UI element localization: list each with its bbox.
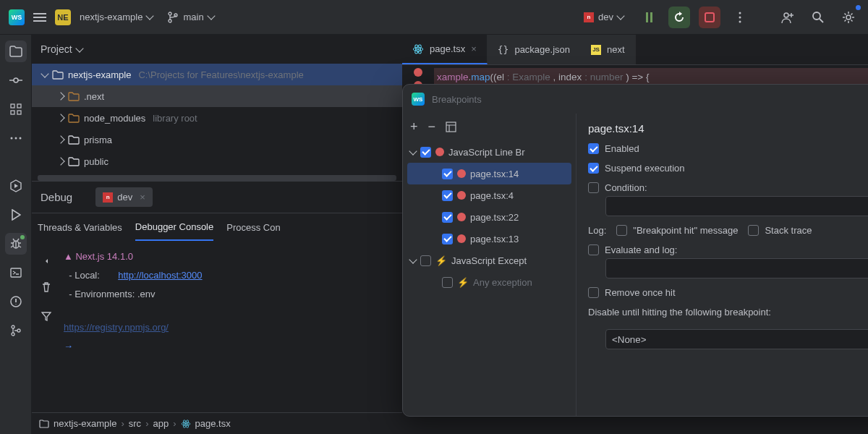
breakpoint-item[interactable]: page.tsx:22: [403, 206, 576, 228]
tree-root[interactable]: nextjs-example C:\Projects for Features\…: [32, 64, 402, 85]
checkbox[interactable]: [420, 147, 431, 158]
registry-link[interactable]: https://registry.npmjs.org/: [64, 322, 169, 333]
stack-trace-option[interactable]: Stack trace: [748, 225, 812, 236]
rerun-button[interactable]: [668, 7, 690, 28]
pause-button[interactable]: [638, 7, 660, 28]
remove-once-option[interactable]: Remove once hit: [588, 287, 868, 298]
checkbox[interactable]: [748, 225, 759, 236]
commit-tool-button[interactable]: [5, 69, 27, 91]
editor-tab[interactable]: {} package.json: [488, 35, 581, 64]
add-breakpoint-button[interactable]: +: [410, 119, 418, 135]
structure-tool-button[interactable]: [5, 98, 27, 120]
active-indicator-dot: [20, 235, 25, 239]
breakpoints-dialog[interactable]: WS Breakpoints + − JavaScri: [402, 84, 868, 417]
breakpoint-item[interactable]: ⚡ Any exception: [403, 271, 576, 293]
breadcrumb-item[interactable]: nextjs-example: [54, 418, 116, 429]
checkbox[interactable]: [588, 287, 599, 298]
debug-tool-button[interactable]: [5, 233, 27, 255]
checkbox[interactable]: [442, 212, 453, 223]
filter-button[interactable]: [35, 305, 57, 327]
evaluate-option[interactable]: Evaluate and log:: [588, 244, 868, 255]
tree-item[interactable]: .next: [32, 85, 402, 107]
more-actions-button[interactable]: [729, 7, 751, 28]
breakpoint-marker[interactable]: [414, 68, 422, 77]
settings-button[interactable]: [838, 7, 859, 28]
condition-input[interactable]: [605, 196, 868, 216]
tree-item-label: public: [84, 156, 109, 167]
services-tool-button[interactable]: [5, 175, 27, 197]
breakpoint-item[interactable]: page.tsx:4: [403, 184, 576, 206]
checkbox[interactable]: [420, 255, 431, 266]
breakpoint-group[interactable]: ⚡ JavaScript Except: [403, 250, 576, 271]
tab-threads-variables[interactable]: Threads & Variables: [38, 215, 122, 240]
dialog-title-bar[interactable]: WS Breakpoints: [403, 85, 868, 114]
remove-breakpoint-button[interactable]: −: [428, 119, 436, 135]
editor-tab[interactable]: JS next: [581, 35, 636, 64]
terminal-tool-button[interactable]: [5, 262, 27, 284]
checkbox[interactable]: [616, 225, 627, 236]
project-tree[interactable]: nextjs-example C:\Projects for Features\…: [32, 64, 402, 181]
run-tool-button[interactable]: [5, 204, 27, 226]
main-menu-button[interactable]: [33, 13, 46, 22]
svg-point-9: [846, 15, 851, 20]
breakpoints-tree[interactable]: JavaScript Line Br page.tsx:14 page.tsx:…: [403, 140, 576, 416]
scroll-to-end-button[interactable]: [35, 247, 57, 269]
console-banner: Next.js 14.1.0: [75, 251, 133, 262]
bp-hit-message-option[interactable]: "Breakpoint hit" message: [616, 225, 738, 236]
search-icon: [812, 11, 825, 24]
search-everywhere-button[interactable]: [807, 7, 829, 28]
enabled-option[interactable]: Enabled: [588, 143, 868, 154]
project-dropdown[interactable]: nextjs-example: [80, 12, 153, 22]
tree-item[interactable]: node_modules library root: [32, 107, 402, 129]
debug-title: Debug: [41, 191, 72, 203]
scrollbar[interactable]: [38, 175, 396, 181]
clear-button[interactable]: [35, 276, 57, 298]
console-output[interactable]: ▲ Next.js 14.1.0 - Local: http://localho…: [61, 242, 402, 412]
branch-icon: [167, 12, 179, 23]
vcs-tool-button[interactable]: [5, 320, 27, 341]
stop-button[interactable]: [699, 7, 720, 28]
breakpoint-label: page.tsx:14: [470, 169, 519, 179]
breadcrumb-item[interactable]: app: [153, 418, 169, 429]
tree-item[interactable]: prisma: [32, 129, 402, 150]
checkbox[interactable]: [588, 143, 599, 154]
disable-until-select[interactable]: [605, 329, 868, 349]
more-tools-button[interactable]: [5, 127, 27, 149]
condition-option[interactable]: Condition:: [588, 182, 868, 193]
breakpoint-item[interactable]: page.tsx:14: [407, 163, 571, 184]
json-icon: {}: [498, 44, 509, 55]
branch-dropdown[interactable]: main: [167, 12, 213, 23]
breakpoint-item[interactable]: page.tsx:13: [403, 228, 576, 250]
editor-tab[interactable]: page.tsx ×: [402, 35, 488, 64]
run-config-dropdown[interactable]: n dev: [578, 9, 629, 25]
group-by-button[interactable]: [446, 122, 456, 132]
tab-debugger-console[interactable]: Debugger Console: [135, 214, 213, 241]
checkbox[interactable]: [588, 163, 599, 174]
breadcrumb-item[interactable]: src: [129, 418, 141, 429]
local-url-link[interactable]: http://localhost:3000: [118, 270, 202, 281]
close-icon[interactable]: ×: [140, 192, 145, 203]
suspend-option[interactable]: Suspend execution: [588, 163, 868, 174]
project-tool-button[interactable]: [5, 41, 27, 62]
checkbox[interactable]: [442, 190, 453, 201]
folder-icon: [68, 113, 80, 123]
breakpoint-group[interactable]: JavaScript Line Br: [403, 141, 576, 163]
breadcrumb[interactable]: nextjs-example › src › app › page.tsx: [32, 412, 402, 434]
tree-item-label: .next: [84, 91, 104, 102]
evaluate-input[interactable]: [605, 258, 868, 278]
tab-process-console[interactable]: Process Con: [226, 215, 280, 240]
problems-tool-button[interactable]: [5, 291, 27, 312]
tree-item[interactable]: public: [32, 150, 402, 172]
close-icon[interactable]: ×: [471, 43, 477, 54]
breadcrumb-item[interactable]: page.tsx: [195, 418, 231, 429]
project-panel-title: Project: [41, 43, 72, 55]
code-with-me-button[interactable]: [777, 7, 799, 28]
debug-run-tab[interactable]: n dev ×: [95, 187, 153, 207]
checkbox[interactable]: [442, 169, 453, 179]
checkbox[interactable]: [442, 234, 453, 244]
checkbox[interactable]: [588, 182, 599, 193]
chevron-right-icon: ›: [173, 418, 176, 429]
project-panel-header[interactable]: Project: [32, 35, 402, 64]
checkbox[interactable]: [442, 277, 453, 288]
checkbox[interactable]: [588, 244, 599, 255]
